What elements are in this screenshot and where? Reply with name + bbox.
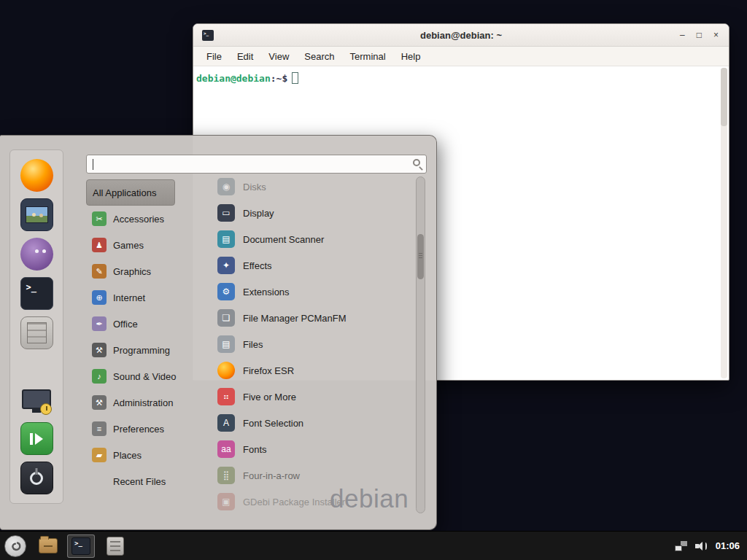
- window-controls: – □ ×: [680, 30, 729, 40]
- image-viewer-icon[interactable]: [20, 198, 53, 231]
- image-viewer-figures-art: [32, 213, 36, 217]
- network-icon[interactable]: [675, 541, 687, 551]
- app-item-five-or-more[interactable]: ⠶ Five or More: [210, 384, 414, 410]
- extensions-icon: ⚙: [217, 283, 235, 300]
- terminal-cursor: [292, 72, 298, 84]
- effects-icon: ✦: [217, 257, 235, 274]
- panel-status-area: 01:06: [675, 540, 747, 551]
- image-viewer-icon-art: [26, 206, 48, 223]
- terminal-title: debian@debian: ~: [193, 30, 729, 41]
- terminal-scrollbar[interactable]: [721, 68, 727, 378]
- category-label: Places: [113, 450, 142, 461]
- minimize-button[interactable]: –: [680, 30, 685, 40]
- logout-icon[interactable]: [20, 422, 53, 455]
- app-item-extensions[interactable]: ⚙ Extensions: [210, 279, 414, 305]
- menu-launcher-button[interactable]: [4, 535, 26, 557]
- app-label: Firefox ESR: [243, 365, 294, 376]
- menu-help[interactable]: Help: [401, 51, 421, 62]
- panel-clock[interactable]: 01:06: [716, 540, 740, 551]
- apps-scrollbar-thumb[interactable]: [417, 234, 424, 279]
- category-internet[interactable]: ⊕ Internet: [86, 284, 203, 311]
- category-programming[interactable]: ⚒ Programming: [86, 337, 203, 363]
- lock-screen-icon[interactable]: [20, 383, 53, 416]
- category-label: All Applications: [93, 187, 156, 198]
- category-label: Sound & Video: [113, 371, 177, 382]
- firefox-icon[interactable]: [20, 159, 53, 192]
- category-graphics[interactable]: ✎ Graphics: [86, 258, 203, 284]
- prompt-dollar: $: [282, 73, 287, 84]
- app-label: Display: [243, 208, 274, 219]
- prompt-colon: :: [271, 73, 276, 84]
- lock-screen-clock-art: [40, 403, 52, 415]
- file-manager-taskbar-icon[interactable]: [39, 538, 58, 553]
- category-label: Office: [113, 319, 138, 330]
- menu-search[interactable]: Search: [304, 51, 334, 62]
- search-bar: [86, 155, 427, 174]
- category-recent-files[interactable]: Recent Files: [86, 468, 203, 494]
- five-or-more-icon: ⠶: [217, 388, 235, 405]
- category-label: Internet: [113, 292, 145, 303]
- shutdown-icon[interactable]: [20, 462, 53, 494]
- category-games[interactable]: ♟ Games: [86, 232, 203, 258]
- search-caret: [93, 159, 93, 170]
- app-item-files[interactable]: ▤ Files: [210, 331, 414, 357]
- category-label: Administration: [113, 397, 173, 408]
- app-label: Four-in-a-row: [243, 470, 300, 481]
- menu-view[interactable]: View: [268, 51, 289, 62]
- menu-file[interactable]: File: [206, 51, 222, 62]
- category-accessories[interactable]: ✂ Accessories: [86, 206, 203, 232]
- document-scanner-icon: ▤: [217, 230, 235, 248]
- category-sound-video[interactable]: ♪ Sound & Video: [86, 363, 203, 389]
- files-icon: ▤: [217, 335, 235, 353]
- category-places[interactable]: ▰ Places: [86, 442, 203, 468]
- preferences-icon: ≡: [92, 421, 107, 436]
- shutdown-icon-stick-art: [36, 468, 38, 475]
- app-item-display[interactable]: ▭ Display: [210, 200, 414, 226]
- app-item-font-selection[interactable]: A Font Selection: [210, 410, 414, 436]
- app-item-document-scanner[interactable]: ▤ Document Scanner: [210, 226, 414, 252]
- search-input[interactable]: [87, 155, 426, 173]
- applications-column: ◉ Disks ▭ Display ▤ Document Scanner ✦ E…: [210, 174, 414, 516]
- category-label: Accessories: [113, 214, 164, 225]
- app-item-fonts[interactable]: aa Fonts: [210, 436, 414, 462]
- file-cabinet-icon[interactable]: [20, 316, 53, 349]
- category-office[interactable]: ✒ Office: [86, 311, 203, 337]
- terminal-scrollbar-thumb[interactable]: [721, 68, 727, 126]
- app-label: Document Scanner: [243, 234, 324, 245]
- gdebi-icon: ▣: [217, 493, 235, 510]
- network-icon-front-art: [675, 545, 682, 551]
- administration-icon: ⚒: [92, 395, 107, 410]
- app-label: Extensions: [243, 287, 290, 298]
- menu-edit[interactable]: Edit: [237, 51, 253, 62]
- app-item-effects[interactable]: ✦ Effects: [210, 252, 414, 279]
- accessories-icon: ✂: [92, 211, 107, 226]
- terminal-favorite-icon[interactable]: >_: [20, 277, 53, 310]
- volume-icon-cone-art: [697, 542, 703, 551]
- category-administration[interactable]: ⚒ Administration: [86, 389, 203, 416]
- pidgin-icon[interactable]: [20, 238, 53, 271]
- app-label: Font Selection: [243, 418, 303, 429]
- terminal-app-icon: >_: [202, 30, 214, 41]
- category-preferences[interactable]: ≡ Preferences: [86, 416, 203, 442]
- fonts-icon: aa: [217, 440, 235, 458]
- menu-terminal[interactable]: Terminal: [350, 51, 386, 62]
- firefox-esr-icon: [217, 362, 235, 379]
- terminal-taskbar-button[interactable]: >_: [67, 534, 95, 558]
- prompt-user-host: debian@debian: [196, 73, 271, 84]
- app-item-firefox-esr[interactable]: Firefox ESR: [210, 357, 414, 384]
- graphics-icon: ✎: [92, 264, 107, 279]
- app-item-file-manager-pcmanfm[interactable]: ❏ File Manager PCManFM: [210, 305, 414, 331]
- terminal-titlebar[interactable]: >_ debian@debian: ~ – □ ×: [193, 24, 729, 47]
- logout-icon-bar-art: [30, 433, 33, 445]
- app-label: Files: [243, 339, 263, 350]
- apps-scrollbar[interactable]: [416, 176, 425, 513]
- category-all-applications[interactable]: All Applications: [86, 179, 175, 206]
- maximize-button[interactable]: □: [697, 30, 702, 40]
- application-menu: >_ All Applicati: [0, 135, 437, 530]
- volume-icon[interactable]: [695, 541, 708, 551]
- app-item-disks[interactable]: ◉ Disks: [210, 174, 414, 200]
- close-button[interactable]: ×: [713, 30, 719, 40]
- file-cabinet-icon-art: [27, 322, 47, 343]
- files-taskbar-icon[interactable]: [107, 537, 124, 556]
- app-label: Five or More: [243, 392, 296, 402]
